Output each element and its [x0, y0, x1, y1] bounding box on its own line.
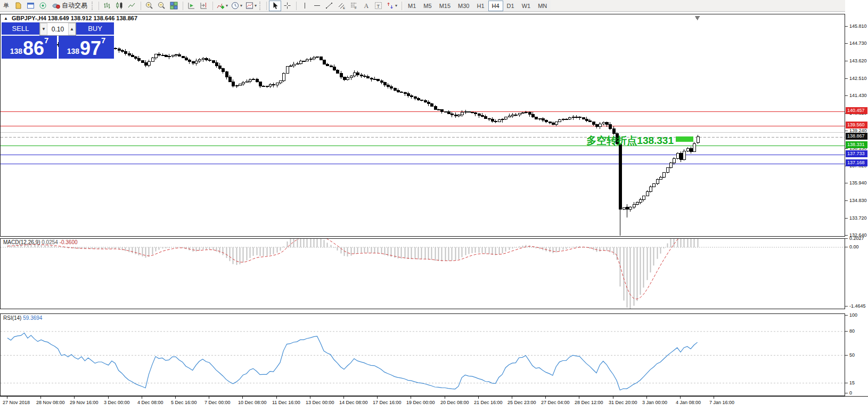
chart-title: ▲ GBPJPY-,H4 138.649 138.912 138.646 138… [4, 15, 137, 21]
bar-chart-button[interactable] [101, 1, 113, 11]
period-clock-button[interactable]: ▾ [230, 1, 244, 11]
trendline-tool-button[interactable] [323, 1, 335, 11]
candlestick-chart-button[interactable] [113, 1, 126, 11]
macd-histogram [8, 239, 698, 309]
text-label-icon: T [374, 2, 382, 10]
svg-text:F: F [355, 6, 357, 10]
arrows-tool-button[interactable]: ▾ [384, 1, 399, 11]
time-axis[interactable]: 27 Nov 201828 Nov 08:0029 Nov 16:003 Dec… [0, 396, 868, 411]
market-watch-button[interactable] [24, 1, 37, 11]
horizontal-line-tool-button[interactable] [311, 1, 323, 11]
cursor-button[interactable] [269, 1, 281, 11]
time-axis-label: 3 Jan 00:00 [642, 400, 667, 405]
price-line-label[interactable]: 138.867 [846, 133, 867, 140]
dropdown-caret-icon[interactable]: ▾ [240, 4, 242, 8]
price-line-label[interactable]: 137.168 [846, 159, 867, 166]
zoom-out-button[interactable] [155, 1, 168, 11]
zoom-in-button[interactable] [143, 1, 155, 11]
toolbar-separator [212, 2, 213, 10]
price-line-label[interactable]: 140.457 [846, 107, 867, 114]
price-axis-tick-label: 133.720 [849, 215, 867, 221]
channel-tool-button[interactable]: E [335, 1, 348, 11]
timeframe-m15-button[interactable]: M15 [436, 1, 454, 11]
time-axis-label: 17 Dec 16:00 [373, 400, 402, 405]
time-axis-label: 28 Dec 12:00 [575, 400, 603, 405]
market-watch-icon [27, 2, 35, 10]
autotrade-button[interactable]: 自动交易 [49, 1, 91, 11]
chart-shift-marker[interactable] [695, 16, 700, 20]
text-tool-button[interactable]: A [360, 1, 372, 11]
buy-price[interactable]: 138977 [59, 36, 114, 59]
macd-panel[interactable] [0, 238, 845, 309]
timeframe-d1-button[interactable]: D1 [503, 1, 518, 11]
time-axis-label: 29 Nov 16:00 [70, 400, 99, 405]
rsi-panel[interactable] [0, 313, 845, 396]
price-chart-panel[interactable] [0, 14, 845, 237]
sell-price[interactable]: 138867 [2, 36, 57, 59]
timeframe-h4-button[interactable]: H4 [488, 1, 503, 11]
rsi-axis-tick-label: 50 [849, 352, 855, 358]
symbol-timeframe-label: GBPJPY-,H4 [12, 15, 46, 21]
dropdown-caret-icon[interactable]: ▾ [255, 4, 257, 8]
macd-indicator-label: MACD(12,26,9) 0.0254 -0.3600 [3, 239, 78, 245]
macd-axis-tick-label: 0.2027 [849, 236, 864, 241]
price-axis-tick-label: 134.830 [849, 198, 867, 203]
highlight-box-annotation[interactable] [676, 136, 693, 142]
timeframe-m5-button[interactable]: M5 [420, 1, 435, 11]
timeframe-w1-button[interactable]: W1 [518, 1, 535, 11]
time-axis-label: 13 Dec 00:00 [306, 400, 334, 405]
vertical-line-tool-button[interactable] [299, 1, 311, 11]
time-axis-label: 3 Dec 00:00 [104, 400, 130, 405]
toolbar-separator [266, 2, 267, 10]
toolbar-separator [183, 2, 183, 10]
time-axis-tick [646, 397, 647, 399]
sell-price-prefix: 138 [10, 47, 22, 55]
new-order-button[interactable]: 单 [0, 1, 12, 11]
time-axis-tick [445, 397, 445, 399]
lot-decrease-button[interactable]: ▼ [40, 23, 47, 35]
macd-axis-tick-dash [845, 306, 848, 307]
crosshair-button[interactable] [281, 1, 293, 11]
tile-windows-button[interactable] [168, 1, 180, 11]
chart-shift-button[interactable] [198, 1, 210, 11]
line-chart-button[interactable] [126, 1, 138, 11]
timeframe-m1-button[interactable]: M1 [404, 1, 420, 11]
signals-button[interactable] [37, 1, 49, 11]
price-axis-column[interactable]: 145.810144.730143.620142.510141.430140.3… [845, 0, 868, 411]
price-axis-tick-dash [845, 200, 848, 201]
time-axis-tick [512, 397, 512, 399]
dropdown-caret-icon[interactable]: ▾ [395, 4, 397, 8]
sell-button[interactable]: SELL [2, 22, 39, 36]
price-line-label[interactable]: 139.560 [846, 122, 867, 128]
timeframe-h1-button[interactable]: H1 [473, 1, 488, 11]
new-order-label: 单 [3, 2, 9, 10]
toolbar-separator [141, 2, 141, 10]
toolbar-separator [296, 2, 297, 10]
text-label-tool-button[interactable]: T [372, 1, 384, 11]
zoom-out-icon [158, 2, 166, 10]
price-axis-tick-label: 135.940 [849, 180, 867, 186]
time-axis-tick [209, 397, 209, 399]
time-axis-tick [343, 397, 344, 399]
time-axis-label: 19 Dec 00:00 [406, 400, 435, 405]
timeframe-mn-button[interactable]: MN [534, 1, 551, 11]
order-ticket-button[interactable] [12, 1, 24, 11]
collapse-icon[interactable]: ▲ [4, 16, 8, 21]
one-click-trading-panel: SELL ▼ ▲ BUY 138867 138977 [2, 22, 114, 59]
macd-svg[interactable] [1, 239, 845, 309]
dropdown-caret-icon[interactable]: ▾ [226, 4, 228, 8]
auto-scroll-button[interactable] [185, 1, 198, 11]
lot-increase-button[interactable]: ▲ [68, 23, 76, 35]
templates-button[interactable]: ▾ [244, 1, 258, 11]
price-line-label[interactable]: 138.331 [846, 141, 867, 148]
buy-button[interactable]: BUY [76, 22, 114, 36]
rsi-svg[interactable] [1, 314, 845, 396]
price-line-label[interactable]: 137.733 [846, 150, 867, 157]
indicators-button[interactable]: ▾ [215, 1, 230, 11]
turning-point-annotation[interactable]: 多空转折点138.331 [562, 134, 674, 148]
fibonacci-tool-button[interactable]: F [348, 1, 360, 11]
price-chart-svg[interactable] [1, 14, 845, 236]
lot-size-input[interactable] [47, 23, 68, 35]
timeframe-m30-button[interactable]: M30 [454, 1, 473, 11]
price-axis-tick-dash [845, 61, 848, 61]
